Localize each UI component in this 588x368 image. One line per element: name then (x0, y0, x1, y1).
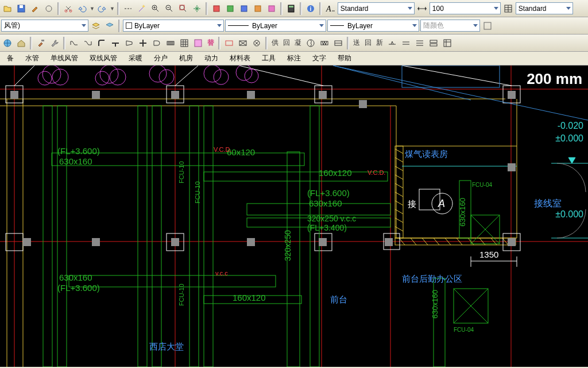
grip[interactable] (10, 91, 18, 99)
linetype-label: ByLayer (252, 22, 277, 30)
menu-waterpipe[interactable]: 水管 (21, 52, 44, 65)
return2-button[interactable]: 回 (363, 38, 373, 48)
zoom-extents-icon[interactable] (177, 2, 189, 15)
grille-icon[interactable] (178, 37, 191, 49)
grip[interactable] (171, 91, 179, 99)
cap-icon[interactable] (150, 37, 163, 49)
zoom-plus-icon[interactable] (149, 2, 162, 15)
elbow-icon[interactable] (95, 37, 108, 49)
drawing-canvas[interactable]: 200 mm -0.020 ±0.000 ±0.000 煤气读表房 接线室 前台… (0, 66, 588, 367)
std2-combo[interactable]: Standard (516, 2, 573, 14)
deck3-icon[interactable] (427, 37, 440, 49)
home-icon[interactable] (15, 37, 28, 49)
tool-green-icon[interactable] (224, 2, 237, 15)
menubar: 备 水管 单线风管 双线风管 采暖 分户 机房 动力 材料表 工具 标注 文字 … (0, 52, 588, 66)
tool-red-icon[interactable] (210, 2, 223, 15)
grip[interactable] (247, 238, 255, 246)
grip[interactable] (92, 91, 100, 99)
tool-orange-icon[interactable] (252, 2, 264, 15)
label-630-vert1: 630x160 (458, 198, 467, 227)
calc-icon[interactable] (285, 2, 297, 15)
damper-icon[interactable] (332, 37, 345, 49)
menu-annotate[interactable]: 标注 (283, 52, 305, 65)
label-elev2: ±0.000 (555, 133, 583, 144)
layer-combo[interactable]: 风管) (1, 20, 88, 32)
label-gas-room: 煤气读表房 (405, 149, 448, 160)
cut-icon[interactable] (62, 2, 75, 15)
tool-blue-icon[interactable] (238, 2, 250, 15)
info-icon[interactable]: i (304, 2, 317, 15)
dash-icon[interactable] (122, 2, 134, 15)
grip[interactable] (319, 91, 327, 99)
pipe-icon-1[interactable] (68, 37, 80, 49)
replace-icon[interactable]: 替 (206, 38, 216, 48)
hatch-icon[interactable] (192, 37, 204, 49)
alt-icon-1[interactable] (42, 2, 55, 15)
coil-icon[interactable] (318, 37, 331, 49)
fan-icon[interactable] (304, 37, 317, 49)
color-combo[interactable]: ByLayer (123, 20, 224, 32)
menu-heating[interactable]: 采暖 (124, 52, 147, 65)
zoom-minus-icon[interactable] (163, 2, 176, 15)
prop-icon-1[interactable] (481, 20, 494, 32)
level-icon[interactable] (386, 37, 399, 49)
menu-doubleline[interactable]: 双线风管 (85, 52, 122, 65)
grip[interactable] (23, 238, 31, 246)
grip[interactable] (359, 100, 367, 108)
globe-icon[interactable] (1, 37, 14, 49)
text-style-icon[interactable]: A (324, 2, 336, 15)
tool-pink-icon[interactable] (265, 2, 278, 15)
text-style-combo[interactable]: Standard (338, 2, 415, 14)
grip[interactable] (92, 238, 100, 246)
hammer-icon[interactable] (34, 37, 47, 49)
deck2-icon[interactable] (413, 37, 426, 49)
grip[interactable] (247, 91, 255, 99)
cross-icon[interactable] (137, 37, 149, 49)
grip[interactable] (319, 238, 327, 246)
dim-value-combo[interactable]: 100 (430, 2, 501, 14)
menu-singleline[interactable]: 单线风管 (46, 52, 83, 65)
menu-unit[interactable]: 分户 (149, 52, 172, 65)
menu-tools[interactable]: 工具 (257, 52, 280, 65)
layers-icon[interactable] (90, 20, 102, 32)
wrench-icon[interactable] (48, 37, 61, 49)
pipe-icon-2[interactable] (82, 37, 94, 49)
lineweight-combo[interactable]: ByLayer (327, 20, 419, 32)
layer-prev-icon[interactable] (103, 20, 116, 32)
undo-icon[interactable] (76, 2, 88, 15)
brush-icon[interactable] (29, 2, 41, 15)
menu-plantroom[interactable]: 机房 (175, 52, 198, 65)
grip[interactable] (385, 238, 393, 246)
return-button[interactable]: 回 (281, 38, 292, 48)
wand-icon[interactable] (136, 2, 148, 15)
sched-icon[interactable] (441, 37, 454, 49)
menu-power[interactable]: 动力 (200, 52, 223, 65)
menu-help[interactable]: 帮助 (333, 52, 356, 65)
box-icon-1[interactable] (223, 37, 235, 49)
table-style-icon[interactable] (502, 2, 514, 15)
deck1-icon[interactable] (400, 37, 412, 49)
cond-button[interactable]: 凝 (293, 38, 303, 48)
tee-icon[interactable] (109, 37, 122, 49)
grip[interactable] (508, 91, 516, 99)
grip[interactable] (508, 163, 516, 171)
grip[interactable] (508, 238, 516, 246)
dim-style-icon[interactable] (416, 2, 428, 15)
fresh-button[interactable]: 新 (374, 38, 385, 48)
diffuser-icon[interactable] (164, 37, 177, 49)
supply-button[interactable]: 供 (270, 38, 280, 48)
open-icon[interactable] (1, 2, 14, 15)
plot-color-combo[interactable]: 随颜色 (420, 20, 480, 32)
grip[interactable] (171, 238, 179, 246)
menu-text[interactable]: 文字 (308, 52, 331, 65)
pan-icon[interactable] (191, 2, 203, 15)
reducer-icon[interactable] (123, 37, 136, 49)
menu-equipment[interactable]: 备 (2, 52, 18, 65)
send-button[interactable]: 送 (351, 38, 362, 48)
save-icon[interactable] (15, 2, 28, 15)
menu-bom[interactable]: 材料表 (225, 52, 255, 65)
valve-icon[interactable] (250, 37, 263, 49)
box-x-icon[interactable] (237, 37, 249, 49)
redo-icon[interactable] (96, 2, 109, 15)
linetype-combo[interactable]: ByLayer (225, 20, 326, 32)
